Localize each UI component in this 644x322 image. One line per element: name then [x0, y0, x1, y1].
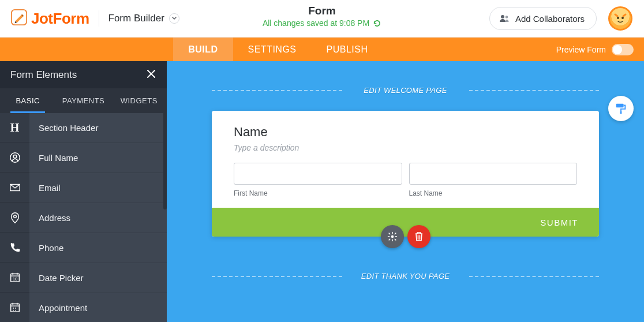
save-status: All changes saved at 9:08 PM	[263, 18, 381, 28]
svg-point-16	[391, 235, 394, 238]
sidebar-tab-widgets[interactable]: WIDGETS	[111, 88, 167, 113]
element-label: Section Header	[29, 123, 98, 133]
trash-icon	[414, 231, 424, 242]
last-name-label: Last Name	[409, 189, 578, 197]
element-section-header[interactable]: H Section Header	[0, 113, 167, 143]
brand-name: JotForm	[31, 10, 89, 28]
field-settings-button[interactable]	[381, 225, 404, 248]
preview-form-toggle-wrap: Preview Form	[556, 38, 634, 61]
field-delete-button[interactable]	[407, 225, 430, 248]
calendar-icon: 10	[9, 271, 21, 284]
element-date-picker[interactable]: 10 Date Picker	[0, 263, 167, 293]
form-title[interactable]: Form	[263, 5, 381, 17]
submit-button[interactable]: SUBMIT	[540, 218, 578, 227]
save-status-text: All changes saved at 9:08 PM	[263, 18, 369, 28]
paint-roller-icon	[615, 102, 627, 115]
last-name-input[interactable]	[409, 163, 578, 185]
brand-logo[interactable]: JotForm	[10, 9, 89, 28]
sidebar-title: Form Elements	[10, 69, 77, 81]
first-name-label: First Name	[234, 189, 402, 197]
name-field[interactable]: Name Type a description First Name Last …	[212, 111, 599, 208]
svg-point-13	[15, 308, 16, 309]
form-card[interactable]: Name Type a description First Name Last …	[212, 111, 599, 237]
sidebar-tab-basic[interactable]: BASIC	[0, 88, 55, 113]
element-label: Appointment	[29, 303, 87, 313]
svg-rect-17	[616, 104, 624, 107]
heading-icon: H	[10, 121, 20, 134]
main-tabs: BUILD SETTINGS PUBLISH	[173, 38, 383, 61]
tab-publish[interactable]: PUBLISH	[312, 38, 383, 61]
svg-text:10: 10	[12, 276, 17, 282]
main-tabbar: BUILD SETTINGS PUBLISH Preview Form	[0, 38, 644, 61]
form-designer-button[interactable]	[608, 96, 634, 121]
svg-point-8	[13, 215, 16, 218]
gear-icon	[387, 231, 398, 242]
svg-point-2	[506, 16, 508, 18]
app-header: JotForm Form Builder Form All changes sa…	[0, 0, 644, 38]
chevron-down-icon	[172, 17, 177, 20]
field-description[interactable]: Type a description	[234, 143, 577, 152]
sidebar-header: Form Elements	[0, 61, 167, 88]
svg-point-3	[617, 17, 619, 19]
element-label: Full Name	[29, 153, 78, 163]
svg-point-1	[501, 15, 504, 18]
first-name-input[interactable]	[234, 163, 402, 185]
main-area: Form Elements BASIC PAYMENTS WIDGETS H S…	[0, 61, 644, 322]
edit-welcome-page[interactable]: EDIT WELCOME PAGE	[212, 80, 599, 100]
svg-point-15	[15, 310, 16, 311]
element-phone[interactable]: Phone	[0, 233, 167, 263]
element-label: Email	[29, 183, 61, 193]
welcome-page-label: EDIT WELCOME PAGE	[364, 86, 447, 95]
add-collaborators-label: Add Collaborators	[515, 14, 585, 24]
close-icon	[146, 69, 156, 79]
undo-icon[interactable]	[373, 19, 381, 28]
element-email[interactable]: Email	[0, 173, 167, 203]
avatar-face-icon	[613, 11, 628, 26]
phone-icon	[9, 241, 21, 254]
field-action-pills	[381, 225, 430, 248]
svg-point-6	[13, 155, 17, 158]
svg-point-5	[10, 153, 20, 163]
element-appointment[interactable]: Appointment	[0, 293, 167, 322]
header-center: Form All changes saved at 9:08 PM	[263, 5, 381, 28]
sidebar-close-button[interactable]	[146, 69, 156, 81]
mode-dropdown[interactable]	[169, 13, 179, 24]
preview-label: Preview Form	[556, 45, 606, 54]
sidebar-tab-payments[interactable]: PAYMENTS	[55, 88, 111, 113]
element-label: Date Picker	[29, 273, 84, 283]
elements-list: H Section Header Full Name Email Address…	[0, 113, 167, 322]
tab-build[interactable]: BUILD	[173, 38, 233, 61]
element-full-name[interactable]: Full Name	[0, 143, 167, 173]
sidebar-tabs: BASIC PAYMENTS WIDGETS	[0, 88, 167, 113]
mode-label: Form Builder	[108, 13, 164, 24]
user-avatar[interactable]	[608, 6, 632, 31]
tab-settings[interactable]: SETTINGS	[233, 38, 312, 61]
thank-you-page-label: EDIT THANK YOU PAGE	[361, 272, 450, 280]
pencil-logo-icon	[10, 9, 28, 28]
svg-point-14	[13, 310, 14, 311]
divider	[99, 10, 99, 27]
element-address[interactable]: Address	[0, 203, 167, 233]
form-canvas: EDIT WELCOME PAGE Name Type a descriptio…	[167, 61, 644, 322]
svg-rect-11	[10, 304, 19, 312]
preview-toggle[interactable]	[612, 44, 634, 55]
edit-thank-you-page[interactable]: EDIT THANK YOU PAGE	[212, 265, 599, 286]
element-label: Phone	[29, 243, 63, 253]
svg-point-12	[13, 308, 14, 309]
people-icon	[499, 14, 510, 23]
element-label: Address	[29, 213, 70, 223]
appointment-icon	[9, 301, 21, 314]
elements-sidebar: Form Elements BASIC PAYMENTS WIDGETS H S…	[0, 61, 167, 322]
svg-rect-18	[620, 111, 622, 114]
add-collaborators-button[interactable]: Add Collaborators	[489, 7, 597, 30]
user-icon	[9, 151, 21, 164]
mail-icon	[9, 181, 21, 194]
field-title[interactable]: Name	[234, 125, 577, 140]
pin-icon	[9, 211, 21, 224]
svg-point-4	[621, 17, 624, 19]
